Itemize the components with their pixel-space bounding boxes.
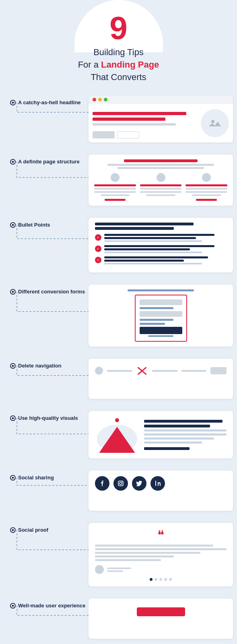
bline-6 — [104, 252, 202, 253]
tip-card-2 — [89, 155, 233, 206]
tip-section-7: Social sharing — [4, 466, 233, 511]
col-red-bar-1 — [94, 184, 136, 186]
card-tip1-content — [89, 104, 233, 142]
dark-bar-1 — [95, 223, 194, 225]
header: 9 Building Tips For a Landing Page That … — [0, 0, 237, 91]
tip-label-col-7: Social sharing — [4, 466, 89, 481]
tip-dot-5 — [10, 363, 16, 369]
tip-card-4 — [89, 285, 233, 347]
vis-text-col — [144, 420, 227, 450]
svg-point-3 — [211, 120, 214, 123]
proof-line-1 — [95, 545, 213, 547]
header-title: Building Tips For a Landing Page That Co… — [8, 46, 229, 83]
structure-bar-1 — [124, 159, 197, 162]
form-field-blue-2 — [140, 319, 174, 321]
reviewer-name — [107, 568, 131, 569]
tip-dot-6 — [10, 415, 16, 421]
bullet-row-2: ✓ — [95, 245, 227, 253]
bullet-lines-3 — [104, 256, 227, 264]
tip-label-6: Use high-quality visuals — [10, 415, 89, 421]
tip-dot-1 — [10, 100, 16, 105]
proof-line-2 — [95, 548, 227, 550]
carousel-dots — [95, 578, 227, 581]
header-line2: For a — [78, 60, 101, 70]
bullet-lines-1 — [104, 234, 227, 242]
proof-line-4 — [95, 555, 174, 557]
proof-lines — [95, 545, 227, 561]
tip-label-3: Bullet Points — [10, 222, 89, 228]
big-number: 9 — [8, 12, 229, 44]
tip-text-8: Social proof — [18, 527, 48, 533]
tip-text-2: A definite page structure — [18, 159, 80, 165]
headline-bar-1 — [93, 112, 186, 115]
bullet-row-1: ✓ — [95, 234, 227, 242]
tip2-col-3 — [185, 173, 227, 201]
tip-label-5: Delete navigation — [10, 363, 89, 369]
proof-line-3 — [95, 552, 200, 554]
col-gray-4 — [140, 188, 182, 190]
form-field-1 — [140, 299, 182, 305]
dot-4 — [164, 578, 167, 581]
nav-dash-2 — [152, 370, 177, 372]
bullet-row-3: ✓ — [95, 256, 227, 264]
quote-marks: ❝ — [95, 528, 227, 541]
col-gray-1 — [94, 188, 136, 190]
svg-point-17 — [120, 482, 122, 485]
tip-section-4: Different conversion forms — [4, 281, 233, 347]
tip-section-8: Social proof ❝ — [4, 519, 233, 586]
instagram-icon — [113, 476, 128, 491]
col-gray-3 — [101, 194, 130, 196]
reviewer-info — [107, 568, 131, 572]
tip-section-5: Delete navigation — [4, 355, 233, 399]
tip-card-6 — [89, 411, 233, 458]
card-tip4-content — [89, 285, 233, 347]
browser-dot-yellow — [98, 98, 102, 101]
card-tip5-content — [89, 359, 233, 383]
dark-bar-2 — [95, 227, 174, 230]
col-gray-7 — [185, 188, 227, 190]
tip-label-7: Social sharing — [10, 475, 89, 481]
tip-text-3: Bullet Points — [18, 222, 50, 228]
tip2-columns — [94, 173, 227, 201]
form-bottom-line — [148, 335, 174, 337]
vis-gray-2 — [144, 433, 227, 436]
tip-section-9: Well-made user experience — [4, 594, 233, 639]
form-submit-btn — [140, 327, 182, 334]
headline-bar-2 — [93, 118, 165, 121]
nav-dash-1 — [107, 370, 132, 372]
tip-text-1: A catchy-as-hell headline — [18, 99, 81, 105]
dot-5 — [169, 578, 172, 581]
dot-3 — [159, 578, 162, 581]
tip-card-5 — [89, 359, 233, 399]
col-red-bar-3 — [140, 184, 182, 186]
col-red-bar-4 — [185, 184, 227, 186]
tip-card-3: ✓ ✓ ✓ — [89, 218, 233, 272]
structure-bar-3 — [117, 167, 204, 169]
tip-section-1: A catchy-as-hell headline — [4, 91, 233, 142]
header-line3: That Converts — [91, 72, 146, 82]
nav-dash-3 — [181, 370, 206, 372]
proof-line-5 — [95, 559, 161, 561]
tip-dot-8 — [10, 527, 16, 533]
sub-bar — [93, 123, 176, 126]
col-gray-6 — [146, 194, 175, 196]
tip-text-9: Well-made user experience — [18, 603, 85, 609]
dot-1 — [150, 578, 153, 581]
vis-bar-2 — [144, 425, 210, 427]
tip2-col-2 — [140, 173, 182, 201]
tip-section-2: A definite page structure — [4, 151, 233, 206]
bline-7 — [104, 256, 208, 258]
bline-3 — [104, 240, 202, 242]
check-circle-1: ✓ — [95, 234, 101, 241]
col-gray-2 — [94, 191, 136, 193]
col-gray-5 — [140, 191, 182, 193]
bline-1 — [104, 234, 214, 236]
vis-bar-1 — [144, 420, 223, 423]
bline-2 — [104, 237, 196, 239]
col-circle-2 — [157, 173, 165, 182]
tip-section-6: Use high-quality visuals — [4, 407, 233, 458]
nav-btn-mock — [210, 367, 227, 374]
page-wrapper: 9 Building Tips For a Landing Page That … — [0, 0, 237, 644]
vis-gray-1 — [144, 429, 227, 431]
card-tip2-content — [89, 155, 233, 206]
